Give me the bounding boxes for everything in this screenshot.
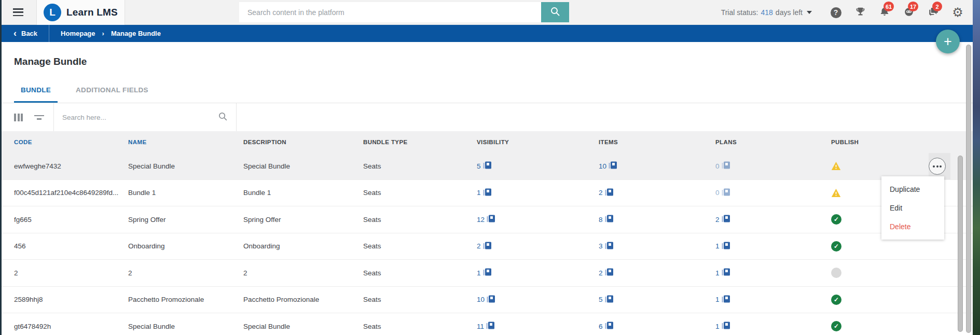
items-link[interactable]: 2	[599, 268, 715, 278]
visibility-link[interactable]: 10	[477, 295, 599, 305]
table-body: ewfweghe7432 Special Bundle Special Bund…	[0, 153, 973, 335]
table-row[interactable]: ewfweghe7432 Special Bundle Special Bund…	[0, 153, 973, 180]
plans-link[interactable]: 1	[715, 268, 831, 278]
help-button[interactable]: ?	[829, 6, 843, 19]
column-header-description[interactable]: DESCRIPTION	[243, 139, 363, 145]
publish-status: ✓	[831, 321, 929, 331]
column-header-publish[interactable]: PUBLISH	[831, 139, 929, 145]
plans-link[interactable]: 2	[715, 214, 831, 225]
search-icon	[218, 111, 228, 123]
window-left-edge	[0, 0, 2, 335]
context-menu-item-edit[interactable]: Edit	[881, 199, 944, 217]
plans-link[interactable]: 1	[715, 295, 831, 305]
trial-status[interactable]: Trial status: 418 days left	[721, 8, 812, 17]
cell-description: Special Bundle	[243, 323, 363, 330]
stacked-pages-icon	[722, 161, 730, 171]
filter-icon[interactable]	[34, 115, 44, 120]
cell-name: Pacchetto Promozionale	[128, 296, 243, 303]
cell-name: Special Bundle	[128, 323, 243, 330]
publish-success-icon: ✓	[831, 321, 841, 331]
column-header-plans[interactable]: PLANS	[715, 139, 831, 145]
plans-link[interactable]: 0	[715, 188, 831, 198]
header-actions: Trial status: 418 days left ? 61	[721, 0, 964, 25]
tab-additional-fields[interactable]: ADDITIONAL FIELDS	[69, 86, 155, 103]
stacked-pages-icon	[486, 321, 495, 331]
stacked-pages-icon	[605, 268, 614, 278]
stacked-pages-icon	[722, 295, 730, 305]
cell-name: Bundle 1	[128, 189, 243, 197]
cell-code: 2	[14, 269, 128, 277]
page-scrollbar-thumb[interactable]	[966, 45, 971, 333]
toolbar-divider	[236, 103, 237, 131]
notifications-button[interactable]: 61	[878, 6, 891, 19]
publish-success-icon: ✓	[831, 295, 841, 305]
plans-link[interactable]: 1	[715, 321, 831, 331]
coach-badge: 17	[908, 2, 918, 11]
visibility-link[interactable]: 12	[477, 214, 599, 225]
back-label: Back	[21, 30, 37, 37]
publish-success-icon: ✓	[831, 241, 841, 252]
cell-description: Pacchetto Promozionale	[243, 296, 363, 303]
stacked-pages-icon	[605, 188, 614, 198]
visibility-link[interactable]: 5	[477, 161, 599, 171]
items-link[interactable]: 10	[599, 161, 715, 171]
settings-button[interactable]: ⚙	[951, 6, 964, 19]
chevron-right-icon: ›	[102, 30, 104, 37]
breadcrumb-item-manage-bundle: Manage Bundle	[111, 30, 161, 37]
help-icon: ?	[831, 7, 841, 18]
hamburger-menu-icon[interactable]	[13, 8, 23, 16]
table-row[interactable]: gt6478492h Special Bundle Special Bundle…	[0, 313, 973, 335]
table-search-input[interactable]	[62, 114, 218, 121]
visibility-link[interactable]: 1	[477, 188, 599, 198]
global-search-button[interactable]	[541, 2, 569, 22]
items-link[interactable]: 2	[599, 188, 715, 198]
cell-description: Onboarding	[243, 242, 363, 250]
table-row[interactable]: 2 2 2 Seats 1 2 1 ✓	[0, 260, 973, 287]
stacked-pages-icon	[605, 295, 614, 305]
column-header-bundle-type[interactable]: BUNDLE TYPE	[363, 139, 477, 145]
column-header-visibility[interactable]: VISIBILITY	[477, 139, 599, 145]
publish-status: ✓	[831, 241, 929, 252]
column-header-code[interactable]: CODE	[14, 139, 128, 145]
table-row[interactable]: 456 Onboarding Onboarding Seats 2 3 1	[0, 233, 973, 260]
visibility-link[interactable]: 2	[477, 241, 599, 252]
context-menu-item-delete[interactable]: Delete	[881, 217, 944, 236]
table-row[interactable]: f00c45d121af210e4c8649289fd... Bundle 1 …	[0, 180, 973, 207]
column-header-items[interactable]: ITEMS	[599, 139, 715, 145]
gamification-button[interactable]	[853, 6, 867, 19]
context-menu-item-duplicate[interactable]: Duplicate	[881, 180, 944, 199]
items-link[interactable]: 8	[599, 214, 715, 225]
coach-button[interactable]: 17	[902, 6, 916, 19]
cell-bundle-type: Seats	[363, 216, 477, 224]
gear-icon: ⚙	[952, 6, 963, 19]
row-menu-button[interactable]	[929, 158, 946, 175]
table-row[interactable]: 2589hhj8 Pacchetto Promozionale Pacchett…	[0, 287, 973, 314]
messages-button[interactable]: 2	[927, 6, 940, 19]
tab-bundle[interactable]: BUNDLE	[14, 86, 58, 103]
add-bundle-button[interactable]: +	[936, 30, 960, 53]
items-link[interactable]: 5	[599, 295, 715, 305]
visibility-link[interactable]: 11	[477, 321, 599, 331]
items-link[interactable]: 3	[599, 241, 715, 252]
items-link[interactable]: 6	[599, 321, 715, 331]
table-row[interactable]: fg665 Spring Offer Spring Offer Seats 12…	[0, 206, 973, 233]
notifications-badge: 61	[884, 2, 894, 11]
plans-link[interactable]: 0	[715, 161, 831, 171]
breadcrumb-item-homepage[interactable]: Homepage	[61, 30, 95, 37]
app-logo[interactable]: L Learn LMS	[36, 0, 125, 25]
stacked-pages-icon	[487, 214, 495, 225]
cell-name: Onboarding	[128, 242, 243, 250]
global-search-input[interactable]	[239, 2, 541, 22]
column-header-name[interactable]: NAME	[128, 139, 243, 145]
visibility-link[interactable]: 1	[477, 268, 599, 278]
columns-icon[interactable]	[14, 114, 23, 121]
plans-link[interactable]: 1	[715, 241, 831, 252]
stacked-pages-icon	[722, 188, 730, 198]
back-button[interactable]: ‹ Back	[0, 25, 49, 42]
stacked-pages-icon	[483, 268, 492, 278]
cell-description: 2	[243, 269, 363, 277]
cell-code: 2589hhj8	[14, 296, 128, 303]
cell-code: 456	[14, 242, 128, 250]
app-window: L Learn LMS Trial status: 418 days left …	[0, 0, 973, 335]
table-scrollbar-thumb[interactable]	[958, 156, 963, 332]
